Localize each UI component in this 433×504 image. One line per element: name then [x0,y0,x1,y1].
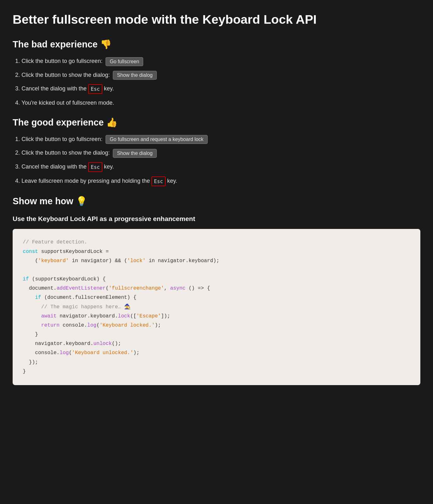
list-item: Cancel the dialog with the Esc key. [21,162,420,172]
item-text: Click the button to go fullscreen: [21,58,104,64]
list-item: Cancel the dialog with the Esc key. [21,84,420,94]
show-me-how-section: Show me how 💡 Use the Keyboard Lock API … [13,194,420,385]
bad-experience-heading: The bad experience 👎 [13,37,420,52]
item-text-after: key. [102,163,114,170]
list-item: Click the button to go fullscreen: Go fu… [21,57,420,66]
good-experience-section: The good experience 👍 Click the button t… [13,115,420,186]
list-item: Click the button to show the dialog: Sho… [21,71,420,80]
item-text: Leave fullscreen mode by pressing and ho… [21,178,151,184]
page-title: Better fullscreen mode with the Keyboard… [13,9,420,29]
list-item: Click the button to go fullscreen: Go fu… [21,135,420,144]
item-text-after: key. [102,85,114,92]
bad-experience-section: The bad experience 👎 Click the button to… [13,37,420,108]
code-block: // Feature detection. const supportsKeyb… [13,229,420,385]
esc-key-bad-cancel: Esc [88,84,102,94]
go-fullscreen-bad-button[interactable]: Go fullscreen [106,57,143,66]
good-experience-heading: The good experience 👍 [13,115,420,130]
item-text: Cancel the dialog with the [21,85,88,92]
item-text: You're kicked out of fullscreen mode. [21,100,114,106]
list-item: Click the button to show the dialog: Sho… [21,148,420,157]
list-item: Leave fullscreen mode by pressing and ho… [21,176,420,186]
item-text: Click the button to show the dialog: [21,150,111,156]
list-item: You're kicked out of fullscreen mode. [21,98,420,108]
go-fullscreen-good-button[interactable]: Go fullscreen and request a keyboard loc… [106,135,208,144]
item-text-after: key. [166,178,177,184]
show-dialog-bad-button[interactable]: Show the dialog [113,71,157,80]
item-text: Cancel the dialog with the [21,163,88,170]
subheading: Use the Keyboard Lock API as a progressi… [13,213,420,224]
item-text: Click the button to go fullscreen: [21,136,104,142]
good-experience-list: Click the button to go fullscreen: Go fu… [13,135,420,186]
bad-experience-list: Click the button to go fullscreen: Go fu… [13,57,420,108]
esc-key-good-cancel: Esc [88,162,102,172]
show-me-how-heading: Show me how 💡 [13,194,420,208]
show-dialog-good-button[interactable]: Show the dialog [113,149,157,158]
esc-key-good-leave: Esc [151,176,166,186]
item-text: Click the button to show the dialog: [21,72,111,78]
